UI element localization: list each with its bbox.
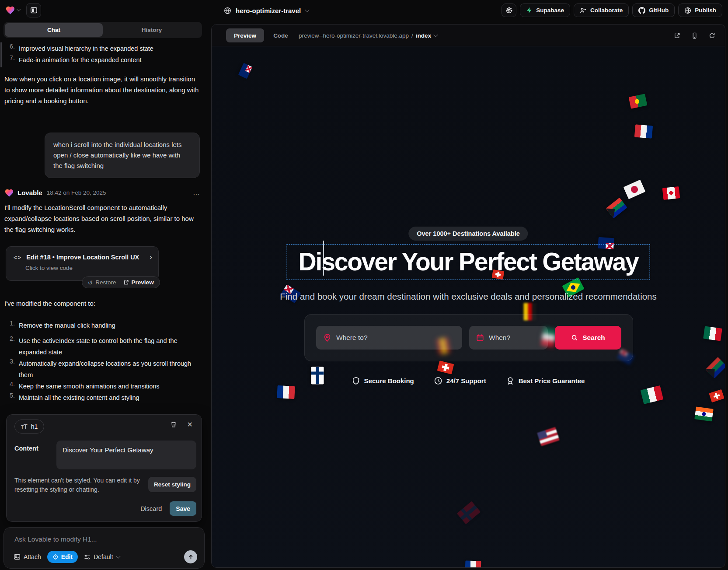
- trash-icon: [170, 421, 177, 428]
- flag-portugal: [629, 94, 648, 108]
- modified-intro: I've modified the component to:: [4, 298, 95, 309]
- publish-button[interactable]: Publish: [678, 3, 722, 17]
- target-icon: [52, 554, 59, 560]
- sidebar-toggle-button[interactable]: [26, 3, 41, 17]
- reset-styling-button[interactable]: Reset styling: [148, 477, 196, 492]
- collaborate-button[interactable]: Collaborate: [574, 3, 629, 17]
- supabase-button[interactable]: Supabase: [520, 3, 570, 17]
- flag-mexico-b: [641, 385, 664, 404]
- search-button[interactable]: Search: [555, 326, 621, 350]
- flag-australia: [238, 63, 253, 79]
- url-page: index: [416, 32, 431, 39]
- image-icon: [14, 553, 21, 560]
- flag-usa: [537, 427, 560, 446]
- flag-france-c: [465, 560, 481, 568]
- assistant-body: I'll modify the LocationScroll component…: [4, 202, 201, 235]
- edit-card-title: Edit #18 • Improve Location Scroll UX: [26, 254, 139, 261]
- project-name: hero-optimizer-travel: [236, 7, 301, 14]
- step-item: 4. Keep the same smooth animations and t…: [10, 381, 199, 392]
- selected-element-outline[interactable]: Discover Your Perfect Getaway: [287, 244, 650, 280]
- when-input[interactable]: [489, 334, 541, 342]
- chevron-down-icon: [16, 7, 21, 11]
- preview-url[interactable]: preview--hero-optimizer-travel.lovable.a…: [299, 28, 438, 42]
- flag-india: [694, 406, 714, 421]
- restore-button[interactable]: ↺ Restore: [88, 279, 116, 286]
- project-switcher[interactable]: hero-optimizer-travel: [224, 4, 309, 17]
- github-button[interactable]: GitHub: [632, 3, 675, 17]
- save-button[interactable]: Save: [170, 501, 196, 516]
- clock-icon: [434, 377, 442, 385]
- list-item: 7. Fade-in animation for the expanded co…: [10, 54, 199, 66]
- chat-history-tabs: Chat History: [3, 22, 202, 38]
- assistant-message-header: Lovable 18:42 on Feb 20, 2025 …: [4, 187, 200, 198]
- flag-switzerland-b: [437, 360, 454, 374]
- tab-code[interactable]: Code: [268, 28, 294, 42]
- refresh-button[interactable]: [709, 32, 715, 39]
- delete-element-button[interactable]: [170, 421, 177, 428]
- feature-support: 24/7 Support: [434, 377, 486, 385]
- external-link-icon: [674, 32, 680, 39]
- search-icon: [571, 334, 578, 341]
- element-tag-label: h1: [31, 423, 38, 430]
- discard-button[interactable]: Discard: [140, 505, 162, 512]
- refresh-icon: [709, 32, 715, 39]
- flag-switzerland-c: [709, 389, 724, 402]
- edit-version-card[interactable]: <> Edit #18 • Improve Location Scroll UX…: [6, 246, 159, 281]
- hero-heading[interactable]: Discover Your Perfect Getaway: [299, 247, 638, 277]
- send-button[interactable]: [184, 550, 197, 563]
- step-item: 2. Use the activeIndex state to control …: [10, 335, 199, 358]
- globe-icon: [684, 7, 691, 14]
- user-message-bubble: when i scroll into the individual locati…: [45, 133, 200, 178]
- flag-france: [634, 124, 653, 138]
- flag-canada: [662, 186, 680, 200]
- flag-norway: [457, 501, 481, 525]
- features-row: Secure Booking 24/7 Support: [352, 377, 585, 385]
- flag-south-africa-b: [706, 357, 725, 378]
- lovable-menu-button[interactable]: [5, 5, 21, 14]
- top-bar: hero-optimizer-travel Supabase: [0, 0, 728, 21]
- top-bar-actions: Supabase Collaborate GitHub: [502, 3, 722, 17]
- flag-finland: [311, 367, 324, 385]
- calendar-icon: [476, 334, 484, 342]
- message-menu-button[interactable]: …: [193, 189, 200, 196]
- edit-mode-button[interactable]: Edit: [47, 551, 78, 563]
- open-in-new-tab-button[interactable]: [674, 32, 680, 39]
- flag-mexico-c: [703, 326, 722, 341]
- tab-history[interactable]: History: [103, 23, 201, 37]
- restore-icon: ↺: [88, 279, 93, 286]
- step-item: 3. Automatically expand/collapse locatio…: [10, 358, 199, 381]
- close-icon[interactable]: ✕: [187, 420, 193, 429]
- supabase-bolt-icon: [526, 7, 533, 14]
- text-size-icon: TT: [21, 423, 28, 430]
- edit-card-actions: ↺ Restore Preview: [82, 276, 160, 288]
- chevron-right-icon: ›: [150, 253, 152, 262]
- composer-input[interactable]: [14, 533, 189, 546]
- lovable-app-window: hero-optimizer-travel Supabase: [0, 0, 728, 570]
- external-link-icon: [123, 280, 129, 285]
- style-note: This element can't be styled. You can ed…: [14, 476, 155, 494]
- tab-chat[interactable]: Chat: [5, 23, 103, 37]
- assistant-name: Lovable: [17, 189, 42, 196]
- mobile-view-button[interactable]: [691, 32, 698, 39]
- flag-japan: [624, 180, 646, 199]
- attach-button[interactable]: Attach: [14, 553, 41, 560]
- content-input[interactable]: Discover Your Perfect Getaway: [56, 441, 196, 469]
- hero-subheading: Find and book your dream destination wit…: [280, 291, 657, 302]
- mode-select[interactable]: Default: [84, 553, 120, 560]
- where-input[interactable]: [336, 334, 455, 342]
- feature-best-price: Best Price Guarantee: [506, 377, 585, 385]
- element-tag-pill[interactable]: TT h1: [14, 420, 44, 434]
- tab-preview[interactable]: Preview: [226, 28, 264, 42]
- people-icon: [580, 7, 587, 14]
- chat-composer: Attach Edit Default: [3, 527, 205, 569]
- preview-panel: Preview Code preview--hero-optimizer-tra…: [211, 24, 725, 568]
- when-field[interactable]: [469, 326, 548, 350]
- preview-version-button[interactable]: Preview: [123, 279, 154, 286]
- chevron-down-icon: [434, 32, 438, 37]
- chevron-down-icon: [116, 554, 120, 558]
- settings-button[interactable]: [502, 3, 516, 17]
- content-label: Content: [14, 445, 38, 452]
- where-field[interactable]: [316, 326, 462, 350]
- element-editor-panel: TT h1 ✕ Content Discover Your Perfect Ge…: [6, 414, 202, 522]
- chat-scrollbar-thumb[interactable]: [0, 42, 2, 67]
